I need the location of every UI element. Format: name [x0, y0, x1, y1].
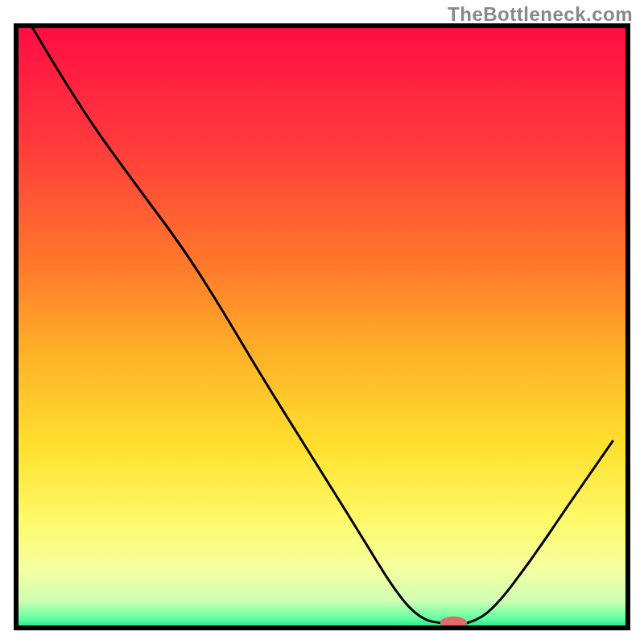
chart-container: TheBottleneck.com: [0, 0, 644, 644]
plot-area: [16, 26, 628, 629]
watermark-text: TheBottleneck.com: [448, 3, 633, 26]
gradient-background: [16, 26, 628, 628]
bottleneck-chart: [0, 0, 644, 644]
